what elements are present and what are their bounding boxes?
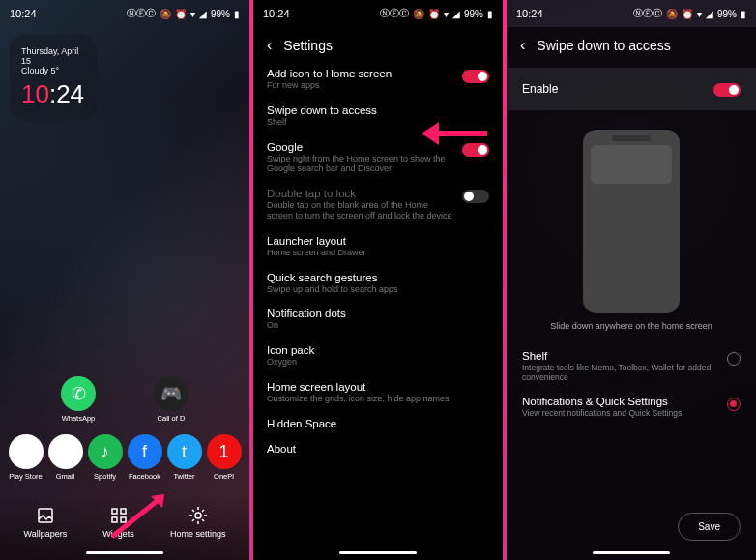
row-subtitle: Double tap on the blank area of the Home…: [267, 200, 454, 221]
menu-label: Wallpapers: [24, 529, 68, 539]
alarm-icon: ⏰: [175, 9, 187, 19]
annotation-arrow: [416, 114, 493, 157]
app-icon: ♪: [88, 434, 123, 469]
app-grid: ✆WhatsApp🎮Call of D ▶Play StoreMGmail♪Sp…: [0, 376, 249, 492]
clock-weather-widget[interactable]: Thursday, April 15 Cloudy 5° 10:24: [10, 35, 97, 121]
widget-clock: 10:24: [21, 79, 85, 109]
radio-button[interactable]: [727, 352, 741, 366]
status-icons: ⓃⒻⒸ🔕⏰▾◢ 99%▮: [127, 7, 240, 20]
row-title: About: [267, 443, 489, 455]
status-time: 10:24: [516, 8, 543, 19]
row-title: Double tap to lock: [267, 188, 454, 199]
settings-row[interactable]: Notification dotsOn: [267, 308, 489, 331]
settings-row[interactable]: Launcher layoutHome screen and Drawer: [267, 235, 489, 258]
option-row[interactable]: Notifications & Quick SettingsView recen…: [522, 396, 741, 418]
toggle[interactable]: [462, 190, 489, 203]
back-icon[interactable]: ‹: [267, 37, 272, 54]
settings-row[interactable]: Hidden Space: [267, 418, 489, 429]
row-title: Hidden Space: [267, 418, 489, 429]
app-icon: ▶: [9, 434, 44, 469]
nav-bar-pill[interactable]: [86, 551, 163, 554]
row-title: Notification dots: [267, 308, 489, 319]
option-subtitle: View recent notifications and Quick Sett…: [522, 408, 717, 418]
app-gmail[interactable]: MGmail: [45, 434, 85, 481]
phone-swipe-down-setting: 10:24 ⓃⒻⒸ🔕⏰▾◢99%▮ ‹ Swipe down to access…: [507, 0, 756, 560]
app-twitter[interactable]: tTwitter: [164, 434, 204, 481]
phone-settings-list: 10:24 ⓃⒻⒸ🔕⏰▾◢99%▮ ‹ Settings Add icon to…: [253, 0, 503, 560]
option-title: Shelf: [522, 350, 717, 362]
row-title: Quick search gestures: [267, 272, 489, 283]
app-play-store[interactable]: ▶Play Store: [6, 434, 45, 481]
app-spotify[interactable]: ♪Spotify: [85, 434, 125, 481]
phone-illustration: [583, 130, 680, 313]
row-subtitle: Oxygen: [267, 357, 489, 368]
app-whatsapp[interactable]: ✆WhatsApp: [56, 376, 101, 423]
app-label: Spotify: [94, 472, 116, 481]
gear-icon: [189, 506, 208, 525]
annotation-arrow: [104, 486, 182, 548]
row-title: Launcher layout: [267, 235, 489, 247]
back-icon[interactable]: ‹: [520, 37, 525, 54]
status-icons: ⓃⒻⒸ🔕⏰▾◢99%▮: [380, 7, 493, 20]
option-title: Notifications & Quick Settings: [522, 396, 717, 407]
app-call-of-d[interactable]: 🎮Call of D: [149, 376, 193, 423]
app-icon: M: [48, 434, 83, 469]
options-list: ShelfIntegrate tools like Memo, Toolbox,…: [507, 350, 756, 419]
app-icon: ✆: [61, 376, 96, 411]
settings-row[interactable]: About: [267, 443, 489, 455]
nav-bar-pill[interactable]: [593, 551, 670, 554]
settings-row[interactable]: Home screen layoutCustomize the grids, i…: [267, 381, 489, 404]
app-onepl[interactable]: 1OnePl: [204, 434, 244, 481]
status-time: 10:24: [10, 8, 37, 19]
widget-weather: Cloudy 5°: [21, 66, 85, 75]
row-subtitle: Home screen and Drawer: [267, 248, 489, 258]
page-title: Swipe down to access: [537, 38, 671, 53]
save-button[interactable]: Save: [678, 513, 741, 541]
settings-row[interactable]: Double tap to lockDouble tap on the blan…: [267, 188, 489, 221]
row-subtitle: For new apps: [267, 80, 454, 91]
battery-text: 99%: [211, 9, 230, 19]
battery-icon: ▮: [234, 9, 240, 19]
status-time: 10:24: [263, 8, 290, 19]
settings-row[interactable]: Icon packOxygen: [267, 344, 489, 368]
status-icons: ⓃⒻⒸ🔕⏰▾◢99%▮: [633, 7, 746, 20]
nfc-icon: ⓃⒻⒸ: [127, 7, 156, 20]
svg-rect-0: [39, 509, 52, 522]
nav-bar-pill[interactable]: [339, 551, 417, 554]
row-subtitle: Swipe up and hold to search apps: [267, 284, 489, 295]
app-facebook[interactable]: fFacebook: [125, 434, 164, 481]
enable-label: Enable: [522, 82, 558, 96]
enable-row[interactable]: Enable: [507, 68, 756, 110]
status-bar: 10:24 ⓃⒻⒸ🔕⏰▾◢99%▮: [507, 0, 756, 27]
header: ‹ Swipe down to access: [507, 27, 756, 68]
row-subtitle: On: [267, 320, 489, 331]
svg-point-5: [195, 513, 201, 518]
dnd-icon: 🔕: [160, 9, 171, 19]
enable-toggle[interactable]: [713, 83, 741, 97]
wallpaper-icon: [36, 506, 55, 525]
option-subtitle: Integrate tools like Memo, Toolbox, Wall…: [522, 363, 717, 382]
settings-row[interactable]: Add icon to Home screenFor new apps: [267, 68, 489, 91]
app-label: Play Store: [9, 472, 43, 481]
illustration-caption: Slide down anywhere on the home screen: [507, 321, 756, 331]
row-subtitle: Customize the grids, icon size, hide app…: [267, 394, 489, 404]
app-label: WhatsApp: [62, 414, 96, 423]
menu-wallpapers[interactable]: Wallpapers: [24, 506, 68, 539]
signal-icon: ◢: [199, 9, 207, 19]
app-label: Call of D: [158, 414, 186, 423]
toggle[interactable]: [462, 70, 489, 83]
status-bar: 10:24 ⓃⒻⒸ🔕⏰▾◢99%▮: [253, 0, 503, 27]
header: ‹ Settings: [253, 27, 503, 68]
row-title: Icon pack: [267, 344, 489, 356]
app-icon: 🎮: [154, 376, 189, 411]
page-title: Settings: [283, 38, 333, 53]
status-bar: 10:24 ⓃⒻⒸ🔕⏰▾◢ 99%▮: [0, 0, 249, 27]
row-title: Home screen layout: [267, 381, 489, 393]
app-label: Gmail: [56, 472, 75, 481]
widget-date: Thursday, April 15: [21, 46, 85, 66]
settings-row[interactable]: Quick search gesturesSwipe up and hold t…: [267, 272, 489, 295]
radio-button[interactable]: [727, 398, 741, 411]
app-label: Facebook: [129, 472, 160, 481]
app-label: Twitter: [173, 472, 194, 481]
option-row[interactable]: ShelfIntegrate tools like Memo, Toolbox,…: [522, 350, 741, 382]
